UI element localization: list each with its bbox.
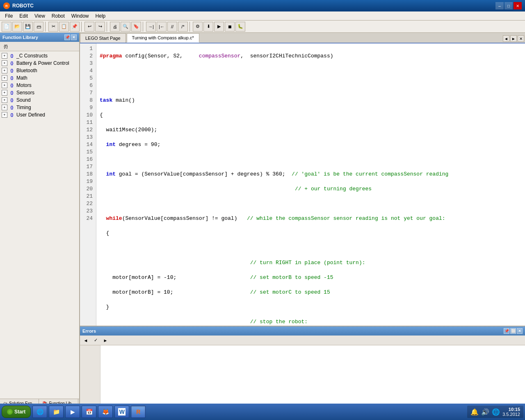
code-line-10: // + our turning degrees <box>100 185 522 193</box>
tree-item-motors[interactable]: + {} Motors <box>0 82 79 89</box>
bookmark-button[interactable]: 🔖 <box>131 22 141 32</box>
tree-expander-math[interactable]: + <box>2 75 7 81</box>
menu-window[interactable]: Window <box>68 12 92 20</box>
taskbar-app-explorer[interactable]: 📁 <box>49 406 64 418</box>
tree-label-motors: Motors <box>16 82 32 88</box>
volume-icon: 🔊 <box>481 408 489 416</box>
errors-close-button[interactable]: ✕ <box>517 328 523 334</box>
media-icon: ▶ <box>69 408 76 415</box>
line-num-7: 7 <box>83 89 93 97</box>
toolbar: 📄 📂 💾 🗃 ✂ 📋 📌 ↩ ↪ 🖨 🔍 🔖 →| |← // /* ⚙ ⬇ … <box>0 21 525 33</box>
new-button[interactable]: 📄 <box>2 22 11 32</box>
close-button[interactable]: ✕ <box>514 2 522 9</box>
tree-item-battery[interactable]: + {} Battery & Power Control <box>0 59 79 67</box>
menu-help[interactable]: Help <box>92 12 109 20</box>
sidebar-func-button[interactable]: {f} <box>2 43 10 50</box>
start-button[interactable]: Start <box>2 406 31 418</box>
errors-next-button[interactable]: ► <box>101 337 110 344</box>
notification-icon: 🔔 <box>470 408 479 416</box>
tree-expander-user-defined[interactable]: + <box>2 112 7 118</box>
errors-float-button[interactable]: ⬜ <box>510 328 516 334</box>
tree-icon-sensors: {} <box>9 90 15 96</box>
tab-turning-compass[interactable]: Turning with Compass alkup.c* <box>127 33 199 43</box>
line-num-24: 24 <box>83 215 93 222</box>
taskbar-app-media[interactable]: ▶ <box>65 406 80 418</box>
menu-file[interactable]: File <box>2 12 16 20</box>
tree-expander-battery[interactable]: + <box>2 60 7 66</box>
taskbar-app-browser[interactable]: 🌐 <box>32 406 47 418</box>
minimize-button[interactable]: – <box>495 2 504 9</box>
save-button[interactable]: 💾 <box>23 22 33 32</box>
sidebar-tree: + {} _C Constructs + {} Battery & Power … <box>0 51 79 399</box>
clock: 10:15 3.5.2012 <box>502 407 520 417</box>
unindent-button[interactable]: |← <box>157 22 167 32</box>
toolbar-separator-1 <box>45 22 47 32</box>
save-all-button[interactable]: 🗃 <box>34 22 43 32</box>
menu-robot[interactable]: Robot <box>48 12 68 20</box>
tree-item-bluetooth[interactable]: + {} Bluetooth <box>0 67 79 74</box>
sidebar-toolbar: {f} <box>0 42 79 51</box>
editor-area: LEGO Start Page Turning with Compass alk… <box>80 33 525 408</box>
line-num-17: 17 <box>83 163 93 171</box>
maximize-button[interactable]: □ <box>504 2 513 9</box>
tab-close-button[interactable]: ✕ <box>518 35 524 42</box>
taskbar-app-calendar[interactable]: 📅 <box>82 406 96 418</box>
tree-expander-timing[interactable]: + <box>2 105 7 110</box>
tree-expander-sensors[interactable]: + <box>2 90 7 96</box>
tree-expander-c-constructs[interactable]: + <box>2 53 7 59</box>
print-button[interactable]: 🖨 <box>110 22 120 32</box>
sidebar-close-button[interactable]: ✕ <box>71 34 77 40</box>
errors-check-button[interactable]: ✓ <box>91 337 100 344</box>
line-num-14: 14 <box>83 141 93 148</box>
taskbar-app-firefox[interactable]: 🦊 <box>98 406 113 418</box>
taskbar-app-word[interactable]: W <box>114 406 129 418</box>
tree-expander-sound[interactable]: + <box>2 97 7 103</box>
start-label: Start <box>14 409 25 415</box>
redo-button[interactable]: ↪ <box>95 22 105 32</box>
menu-edit[interactable]: Edit <box>16 12 31 20</box>
errors-header-controls: 📌 ⬜ ✕ <box>504 328 523 334</box>
code-line-4: task main() <box>100 97 522 104</box>
tree-item-user-defined[interactable]: + {} User Defined <box>0 111 79 119</box>
toolbar-separator-3 <box>107 22 108 32</box>
tab-lego-start[interactable]: LEGO Start Page <box>80 33 126 43</box>
tree-item-timing[interactable]: + {} Timing <box>0 104 79 111</box>
tree-item-c-constructs[interactable]: + {} _C Constructs <box>0 52 79 59</box>
errors-panel: Errors 📌 ⬜ ✕ ◄ ✓ ► <box>80 326 525 408</box>
errors-pin-button[interactable]: 📌 <box>504 328 509 334</box>
undo-button[interactable]: ↩ <box>84 22 94 32</box>
sidebar-pin-button[interactable]: 📌 <box>64 34 70 40</box>
cut-button[interactable]: ✂ <box>48 22 58 32</box>
stop-button[interactable]: ⏹ <box>225 22 235 32</box>
debug-button[interactable]: 🐛 <box>235 22 245 32</box>
tree-item-sound[interactable]: + {} Sound <box>0 96 79 104</box>
code-editor[interactable]: 1 2 3 4 5 6 7 8 9 10 11 12 13 14 15 16 1… <box>80 43 525 326</box>
tree-item-math[interactable]: + {} Math <box>0 74 79 82</box>
tree-expander-motors[interactable]: + <box>2 82 7 88</box>
tab-prev-button[interactable]: ◄ <box>503 35 509 42</box>
toolbar-separator-4 <box>143 22 144 32</box>
tab-next-button[interactable]: ► <box>510 35 517 42</box>
code-content[interactable]: #pragma config(Sensor, S2, compassSensor… <box>96 43 525 326</box>
tree-expander-bluetooth[interactable]: + <box>2 68 7 73</box>
tree-item-sensors[interactable]: + {} Sensors <box>0 89 79 96</box>
line-num-12: 12 <box>83 126 93 134</box>
download-button[interactable]: ⬇ <box>203 22 213 32</box>
find-button[interactable]: 🔍 <box>121 22 130 32</box>
code-line-15: // turn RIGHT in place (point turn): <box>100 259 522 267</box>
uncomment-button[interactable]: /* <box>178 22 188 32</box>
tab-nav: ◄ ► ✕ <box>502 34 525 43</box>
comment-button[interactable]: // <box>167 22 177 32</box>
errors-content <box>80 345 525 408</box>
run-button[interactable]: ▶ <box>214 22 224 32</box>
sidebar-header: Function Library 📌 ✕ <box>0 33 79 42</box>
taskbar-app-robotc[interactable]: R <box>131 406 146 418</box>
copy-button[interactable]: 📋 <box>59 22 69 32</box>
compile-button[interactable]: ⚙ <box>193 22 203 32</box>
indent-button[interactable]: →| <box>146 22 156 32</box>
paste-button[interactable]: 📌 <box>70 22 80 32</box>
menu-view[interactable]: View <box>31 12 48 20</box>
open-button[interactable]: 📂 <box>12 22 22 32</box>
line-num-21: 21 <box>83 193 93 200</box>
errors-prev-button[interactable]: ◄ <box>82 337 90 344</box>
